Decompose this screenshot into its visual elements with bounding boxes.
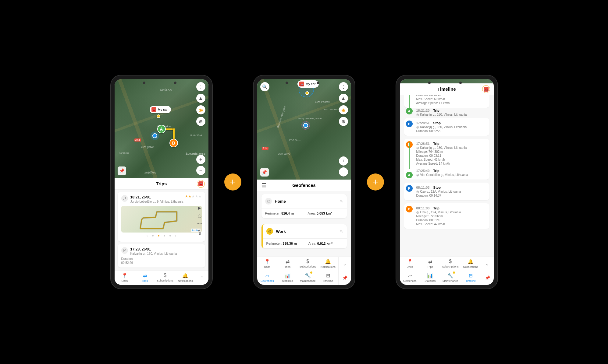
- timeline-card[interactable]: P 08:11:03Stop ◎Ozo g., 12A, Vilnius, Li…: [404, 183, 489, 200]
- geofence-card-work[interactable]: ◎Work✎ Perimeter: 389.36 m Area: 0.012 k…: [261, 224, 347, 248]
- location-icon: ◎: [416, 125, 419, 129]
- bottom-nav-expanded: 📍Units ⇄Trips $Subscriptions 🔔Notificati…: [257, 257, 351, 285]
- timeline-icon: ⊟: [326, 273, 330, 278]
- trip-rating[interactable]: ★★★★★: [185, 194, 202, 198]
- pin-icon: 📍: [122, 273, 128, 278]
- marker-a[interactable]: A: [157, 125, 166, 133]
- pager-dot[interactable]: [169, 235, 171, 236]
- target-icon[interactable]: ◌: [198, 213, 201, 218]
- nav-units[interactable]: 📍Units: [400, 257, 420, 271]
- geofence-card-home[interactable]: ◎Home✎ Perimeter: 816.4 m Area: 0.053 km…: [261, 194, 347, 218]
- tl-detail: Duration: 00:52:29: [416, 129, 486, 133]
- nav-maintenance[interactable]: 🔧Maintenance: [298, 271, 318, 285]
- car-badge[interactable]: 🚗My car: [150, 106, 171, 113]
- plus-joiner: +: [367, 173, 384, 191]
- trip-card[interactable]: P 17:28, 26/01 Kalvarijų g., 180, Vilniu…: [118, 244, 205, 268]
- compass-icon[interactable]: ▲: [339, 94, 348, 103]
- map-view[interactable]: Ozo gatvė Ozo Parkas Vichy vandens parka…: [257, 79, 351, 180]
- chart-icon[interactable]: 〰: [197, 221, 202, 226]
- pin-button[interactable]: 📌: [118, 166, 126, 175]
- car-icon: 🚗: [484, 87, 489, 92]
- screen-2: Ozo gatvė Ozo Parkas Vichy vandens parka…: [257, 79, 351, 285]
- pager-dot[interactable]: [158, 235, 159, 236]
- menu-icon[interactable]: ☰: [261, 182, 266, 189]
- layers-icon[interactable]: ◉: [196, 105, 205, 114]
- tl-time: 08:11:03: [416, 186, 430, 189]
- nav-statistics[interactable]: 📊Statistics: [420, 271, 440, 285]
- nav-geofences[interactable]: ▱Geofences: [257, 271, 278, 285]
- geofence-name: Work: [276, 229, 336, 234]
- layers-icon[interactable]: ◉: [339, 105, 348, 114]
- edit-icon[interactable]: ✎: [340, 199, 343, 204]
- car-icon: 🚗: [299, 82, 304, 86]
- play-icon[interactable]: ▶: [198, 205, 201, 210]
- phone-1-trips: Norfa XXI Ozo Parkas Ozo gatvė Šnipiškės…: [111, 75, 212, 289]
- timeline-card[interactable]: B 08:11:03Trip ◎Ozo g., 12A, Vilnius, Li…: [404, 203, 489, 229]
- location-icon: ◎: [416, 190, 419, 193]
- ab-markers-icon[interactable]: A B: [198, 229, 201, 235]
- tl-address: Kalvarijų g., 180, Vilnius, Lithuania: [420, 146, 467, 149]
- nav-geofences[interactable]: ▱Geofences: [400, 271, 420, 285]
- map-controls: ⋮ ▲ ◉ ⊕: [339, 82, 348, 126]
- compass-icon[interactable]: ▲: [196, 94, 205, 103]
- tl-time: 17:28:51: [416, 121, 430, 125]
- car-badge[interactable]: 🚗My car: [297, 80, 319, 88]
- timeline-card[interactable]: B 17:28:51Trip ◎Kalvarijų g., 180, Vilni…: [404, 139, 489, 180]
- nav-subscriptions[interactable]: $Subscriptions: [298, 257, 318, 271]
- pager-next[interactable]: ›: [175, 234, 176, 237]
- screen-1: Norfa XXI Ozo Parkas Ozo gatvė Šnipiškės…: [115, 79, 208, 285]
- route-icon: ⇄: [428, 259, 432, 264]
- nav-units[interactable]: 📍Units: [257, 257, 278, 271]
- pager-dot[interactable]: [164, 235, 165, 236]
- target-icon: ◎: [265, 198, 272, 205]
- marker-b[interactable]: B: [169, 139, 178, 147]
- trip-address: Kalvarijų g., 180, Vilnius, Lithuania: [130, 252, 177, 255]
- collapse-button[interactable]: ⌄: [481, 257, 494, 271]
- nav-trips[interactable]: ⇄Trips: [135, 271, 155, 285]
- nav-notifications[interactable]: 🔔Notifications: [460, 257, 481, 271]
- tl-detail: Duration: 09:14:37: [416, 194, 486, 197]
- nav-trips[interactable]: ⇄Trips: [277, 257, 298, 271]
- phone-3-timeline: Timeline 🚗 Mileage: 3.098 km Duration: 0…: [396, 75, 497, 289]
- nav-units[interactable]: 📍Units: [115, 271, 135, 285]
- geofence-icon: ▱: [408, 273, 412, 278]
- zoom-out-button[interactable]: −: [339, 167, 348, 177]
- car-label: My car: [306, 82, 316, 86]
- more-icon[interactable]: ⋮: [196, 82, 205, 91]
- nav-statistics[interactable]: 📊Statistics: [277, 271, 298, 285]
- filter-car-icon[interactable]: 🚗: [197, 180, 205, 188]
- edit-icon[interactable]: ✎: [340, 229, 343, 234]
- nav-trips[interactable]: ⇄Trips: [420, 257, 440, 271]
- bell-icon: 🔔: [468, 259, 474, 264]
- collapse-button[interactable]: ⌄: [338, 257, 351, 271]
- nav-timeline[interactable]: ⊟Timeline: [318, 271, 338, 285]
- zoom-in-button[interactable]: +: [339, 156, 348, 166]
- filter-car-icon[interactable]: 🚗: [482, 85, 490, 93]
- expand-button[interactable]: ⌃: [196, 271, 208, 285]
- pager-prev[interactable]: ‹: [147, 234, 148, 237]
- current-position-dot: [303, 123, 308, 128]
- nav-subscriptions[interactable]: $Subscriptions: [440, 257, 461, 271]
- nav-notifications[interactable]: 🔔Notifications: [175, 271, 196, 285]
- zoom-in-button[interactable]: +: [196, 155, 205, 164]
- locate-icon[interactable]: ⊕: [196, 117, 205, 126]
- zoom-out-button[interactable]: −: [196, 166, 205, 175]
- map-sliver: [400, 79, 494, 83]
- pin-nav-button[interactable]: 📌: [481, 271, 494, 285]
- nav-subscriptions[interactable]: $Subscriptions: [155, 271, 176, 285]
- nav-timeline[interactable]: ⊟Timeline: [460, 271, 481, 285]
- pin-button[interactable]: 📌: [260, 168, 269, 177]
- pager-dot[interactable]: [152, 235, 154, 236]
- pin-nav-button[interactable]: 📌: [338, 271, 351, 285]
- trip-card[interactable]: ⇄ 18:21, 26/01 Jurgio Lebedžio g., 9, Vi…: [118, 192, 205, 242]
- locate-icon[interactable]: ⊕: [339, 117, 348, 126]
- more-icon[interactable]: ⋮: [339, 82, 348, 91]
- nav-notifications[interactable]: 🔔Notifications: [318, 257, 338, 271]
- timeline-list[interactable]: Mileage: 3.098 km Duration: 00:10:47 Max…: [400, 95, 494, 257]
- timeline-card[interactable]: P 17:28:51Stop ◎Kalvarijų g., 180, Vilni…: [404, 118, 489, 136]
- bottom-nav: 📍Units ⇄Trips $Subscriptions 🔔Notificati…: [115, 271, 208, 285]
- nav-maintenance[interactable]: 🔧Maintenance: [440, 271, 461, 285]
- map-view[interactable]: Norfa XXI Ozo Parkas Ozo gatvė Šnipiškės…: [115, 79, 208, 178]
- search-icon[interactable]: 🔍: [260, 82, 269, 91]
- trips-panel: Trips 🚗 ⇄ 18:21, 26/01 Jurgio Lebedžio g…: [115, 178, 208, 285]
